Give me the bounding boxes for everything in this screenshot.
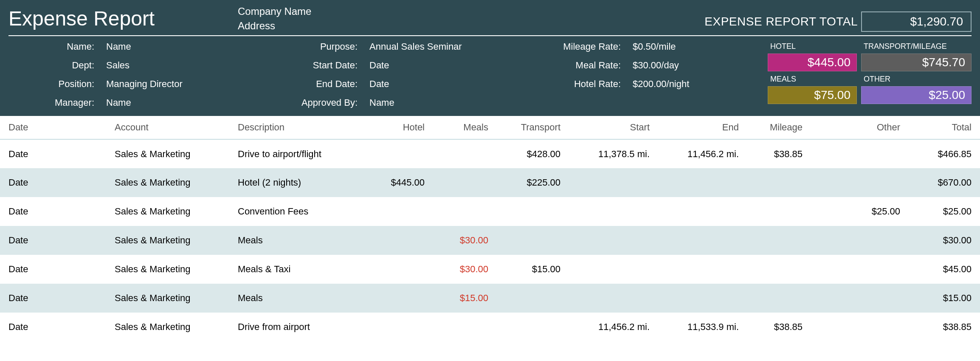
hotel-cat-label: HOTEL <box>768 41 857 51</box>
table-row: DateSales & MarketingDrive to airport/fl… <box>0 139 980 168</box>
cell-transport: $15.00 <box>497 255 569 284</box>
cell-description: Drive from airport <box>229 313 369 341</box>
cell-total: $25.00 <box>909 197 980 226</box>
cell-date: Date <box>0 313 106 341</box>
cell-mileage <box>747 255 811 284</box>
cell-other <box>811 139 909 168</box>
cell-mileage <box>747 226 811 255</box>
cell-other <box>811 313 909 341</box>
cell-total: $15.00 <box>909 284 980 313</box>
meals-cat-value: $75.00 <box>768 86 857 104</box>
cell-hotel <box>369 255 433 284</box>
cell-account: Sales & Marketing <box>106 313 229 341</box>
cell-date: Date <box>0 197 106 226</box>
cell-mileage <box>747 168 811 197</box>
other-cat-label: OTHER <box>861 74 972 84</box>
cell-date: Date <box>0 168 106 197</box>
table-header-row: Date Account Description Hotel Meals Tra… <box>0 116 980 139</box>
position-label: Position: <box>8 79 106 90</box>
cell-total: $30.00 <box>909 226 980 255</box>
cell-transport <box>497 197 569 226</box>
cell-meals: $15.00 <box>433 284 497 313</box>
hotel-rate-label: Hotel Rate: <box>505 79 633 90</box>
hotel-rate-value: $200.00/night <box>633 79 760 90</box>
cell-date: Date <box>0 139 106 168</box>
company-block: Company Name Address <box>238 4 311 33</box>
cell-end <box>658 168 747 197</box>
cell-description: Convention Fees <box>229 197 369 226</box>
header-details: Name: Name Purpose: Annual Sales Seminar… <box>8 41 972 108</box>
name-label: Name: <box>8 41 106 52</box>
cell-description: Hotel (2 nights) <box>229 168 369 197</box>
purpose-value: Annual Sales Seminar <box>369 41 505 52</box>
cell-description: Meals <box>229 284 369 313</box>
end-date-value: Date <box>369 79 505 90</box>
category-summary: HOTEL TRANSPORT/MILEAGE $445.00 $745.70 … <box>768 41 972 108</box>
cell-end <box>658 284 747 313</box>
cell-account: Sales & Marketing <box>106 226 229 255</box>
cell-transport: $225.00 <box>497 168 569 197</box>
cell-mileage: $38.85 <box>747 313 811 341</box>
dept-label: Dept: <box>8 60 106 71</box>
col-transport: Transport <box>497 116 569 139</box>
cell-end: 11,533.9 mi. <box>658 313 747 341</box>
cell-description: Meals <box>229 226 369 255</box>
cell-start <box>569 255 658 284</box>
hotel-cat-value: $445.00 <box>768 54 857 71</box>
cell-hotel <box>369 313 433 341</box>
cell-total: $466.85 <box>909 139 980 168</box>
cell-end <box>658 197 747 226</box>
cell-meals: $30.00 <box>433 226 497 255</box>
col-start: Start <box>569 116 658 139</box>
company-name: Company Name <box>238 4 311 19</box>
cell-date: Date <box>0 226 106 255</box>
meals-cat-label: MEALS <box>768 74 857 84</box>
cell-transport: $428.00 <box>497 139 569 168</box>
table-row: DateSales & MarketingDrive from airport1… <box>0 313 980 341</box>
cell-total: $45.00 <box>909 255 980 284</box>
col-description: Description <box>229 116 369 139</box>
purpose-label: Purpose: <box>242 41 369 52</box>
cell-start: 11,378.5 mi. <box>569 139 658 168</box>
cell-account: Sales & Marketing <box>106 255 229 284</box>
name-value: Name <box>106 41 242 52</box>
manager-label: Manager: <box>8 97 106 108</box>
total-value: $1,290.70 <box>861 11 972 32</box>
cell-start <box>569 284 658 313</box>
cell-start <box>569 226 658 255</box>
start-date-label: Start Date: <box>242 60 369 71</box>
col-end: End <box>658 116 747 139</box>
cell-end: 11,456.2 mi. <box>658 139 747 168</box>
mileage-rate-label: Mileage Rate: <box>505 41 633 52</box>
cell-start <box>569 197 658 226</box>
cell-hotel <box>369 139 433 168</box>
cell-mileage: $38.85 <box>747 139 811 168</box>
cell-end <box>658 255 747 284</box>
col-other: Other <box>811 116 909 139</box>
transport-cat-label: TRANSPORT/MILEAGE <box>861 41 972 51</box>
table-row: DateSales & MarketingMeals$30.00$30.00 <box>0 226 980 255</box>
other-cat-value: $25.00 <box>861 86 972 104</box>
cell-transport <box>497 313 569 341</box>
cell-hotel <box>369 226 433 255</box>
total-block: EXPENSE REPORT TOTAL $1,290.70 <box>704 11 972 32</box>
meal-rate-label: Meal Rate: <box>505 60 633 71</box>
cell-account: Sales & Marketing <box>106 139 229 168</box>
cell-meals: $30.00 <box>433 255 497 284</box>
cell-hotel: $445.00 <box>369 168 433 197</box>
cell-meals <box>433 197 497 226</box>
cell-mileage <box>747 284 811 313</box>
cell-other <box>811 168 909 197</box>
cell-meals <box>433 139 497 168</box>
info-grid: Name: Name Purpose: Annual Sales Seminar… <box>8 41 760 108</box>
position-value: Managing Director <box>106 79 242 90</box>
cell-description: Meals & Taxi <box>229 255 369 284</box>
manager-value: Name <box>106 97 242 108</box>
cell-meals <box>433 168 497 197</box>
meal-rate-value: $30.00/day <box>633 60 760 71</box>
col-hotel: Hotel <box>369 116 433 139</box>
table-row: DateSales & MarketingMeals & Taxi$30.00$… <box>0 255 980 284</box>
report-header: Expense Report Company Name Address EXPE… <box>0 0 980 116</box>
cell-end <box>658 226 747 255</box>
company-address: Address <box>238 19 311 33</box>
